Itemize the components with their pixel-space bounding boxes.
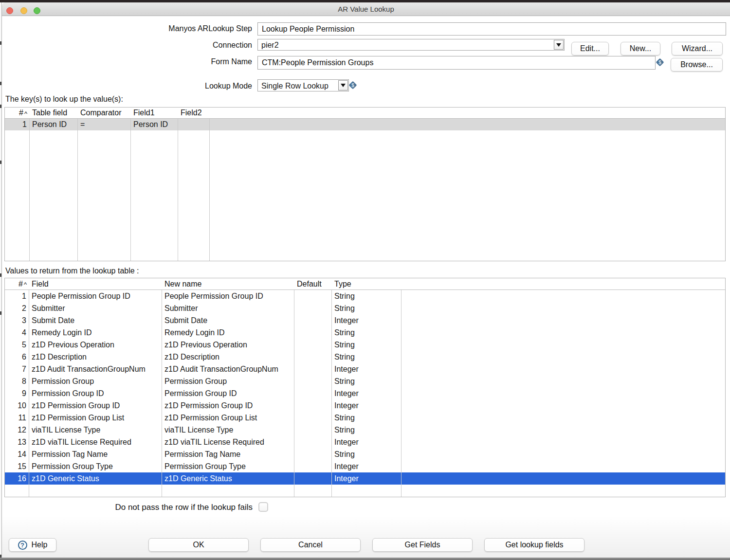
table-cell: = [77,119,130,130]
cancel-button[interactable]: Cancel [260,538,361,552]
get-lookup-fields-button[interactable]: Get lookup fields [484,538,584,552]
table-cell: viaTIL License Type [162,424,294,436]
table-cell [294,399,331,412]
table-cell: Permission Group ID [162,387,294,399]
table-cell [294,351,331,363]
get-fields-button[interactable]: Get Fields [372,538,473,552]
column-divider [178,108,178,261]
column-divider [77,108,78,261]
lookup-mode-value: Single Row Lookup [261,82,328,90]
table-row[interactable]: 8Permission GroupPermission GroupString [5,375,725,387]
table-cell: 16 [5,472,29,485]
table-cell: Permission Group [162,375,294,387]
table-cell: 15 [5,460,29,472]
table-cell: Person ID [29,119,77,130]
table-cell [294,326,331,339]
table-row[interactable]: 11z1D Permission Group Listz1D Permissio… [5,412,725,424]
column-header[interactable]: Default [294,278,331,289]
browse-button[interactable]: Browse... [671,58,723,72]
table-cell: z1D Generic Status [29,472,162,485]
table-cell: 12 [5,424,29,436]
table-row[interactable]: 15Permission Group TypePermission Group … [5,460,725,472]
table-cell: 2 [5,302,29,314]
form-name-label: Form Name [211,57,252,66]
table-cell [294,424,331,436]
edit-button[interactable]: Edit... [571,42,609,55]
help-button[interactable]: ? Help [9,538,56,552]
window-title: AR Value Lookup [2,5,730,13]
table-cell: Integer [331,387,401,399]
column-header[interactable]: Field [29,278,162,289]
column-header[interactable]: Type [331,278,401,289]
column-divider [331,278,332,497]
column-header[interactable]: New name [162,278,294,289]
table-row[interactable]: 13z1D viaTIL License Requiredz1D viaTIL … [5,436,725,448]
table-cell: z1D viaTIL License Required [162,436,294,448]
table-row[interactable]: 5z1D Previous Operationz1D Previous Oper… [5,339,725,351]
column-header-num[interactable]: #^ [5,108,29,118]
title-bar[interactable]: AR Value Lookup [2,2,730,16]
table-cell: 11 [5,412,29,424]
column-header[interactable]: Field1 [130,108,178,118]
column-divider [29,108,30,261]
table-cell: 6 [5,351,29,363]
column-header[interactable]: Table field [29,108,77,118]
table-cell [294,339,331,351]
table-cell: Permission Tag Name [162,448,294,460]
table-row[interactable]: 9Permission Group IDPermission Group IDI… [5,387,725,399]
table-cell: People Permission Group ID [29,290,162,302]
sort-ascending-icon: ^ [24,281,27,288]
table-row[interactable]: 3Submit DateSubmit DateInteger [5,314,725,326]
step-input[interactable] [257,22,726,36]
table-cell [294,472,331,485]
no-pass-checkbox[interactable] [258,502,268,512]
table-row[interactable]: 7z1D Audit TransactionGroupNumz1D Audit … [5,363,725,375]
table-row[interactable]: 2SubmitterSubmitterString [5,302,725,314]
table-row[interactable]: 6z1D Descriptionz1D DescriptionString [5,351,725,363]
column-header[interactable]: Field2 [178,108,209,118]
table-cell: z1D Permission Group List [162,412,294,424]
table-cell: People Permission Group ID [162,290,294,302]
connection-dropdown-arrow[interactable] [554,40,564,50]
values-table: #^FieldNew nameDefaultType 1People Permi… [4,278,726,497]
connection-combobox[interactable]: pier2 [257,39,565,51]
table-row[interactable]: 1People Permission Group IDPeople Permis… [5,290,725,302]
table-cell [178,119,209,130]
values-table-body: 1People Permission Group IDPeople Permis… [5,290,725,485]
keys-table-header: #^Table fieldComparatorField1Field2 [5,108,725,119]
table-row[interactable]: 1Person ID=Person ID [5,119,725,130]
table-row[interactable]: 10z1D Permission Group IDz1D Permission … [5,399,725,412]
ok-button[interactable]: OK [148,538,249,552]
table-row[interactable]: 4Remedy Login IDRemedy Login IDString [5,326,725,339]
table-cell: 8 [5,375,29,387]
lookup-mode-combobox[interactable]: Single Row Lookup [257,79,349,91]
dollar-glyph: $ [656,59,664,67]
table-cell: viaTIL License Type [29,424,162,436]
form-name-input[interactable] [257,56,656,70]
column-divider [294,278,294,497]
new-button[interactable]: New... [620,42,660,55]
column-divider [29,278,29,497]
table-cell [294,363,331,375]
table-cell: Permission Group Type [29,460,162,472]
table-row[interactable]: 14Permission Tag NamePermission Tag Name… [5,448,725,460]
table-cell: 13 [5,436,29,448]
wizard-button[interactable]: Wizard... [672,42,723,55]
table-cell: Integer [331,399,401,412]
footer-background [2,516,730,558]
table-cell: String [331,326,401,339]
table-cell: z1D viaTIL License Required [29,436,162,448]
field-indicator-diamond-icon: $ [656,58,664,66]
column-divider [162,278,162,497]
table-row[interactable]: 16z1D Generic Statusz1D Generic StatusIn… [5,472,725,485]
column-header[interactable]: Comparator [77,108,130,118]
no-pass-checkbox-label: Do not pass the row if the lookup fails [115,503,253,512]
column-divider [209,108,210,261]
column-header-num[interactable]: #^ [5,278,29,289]
lookup-mode-dropdown-arrow[interactable] [338,80,348,90]
table-cell: String [331,424,401,436]
table-row[interactable]: 12viaTIL License TypeviaTIL License Type… [5,424,725,436]
table-cell: 5 [5,339,29,351]
step-label: Manyos ARLookup Step [168,24,252,33]
field-indicator-diamond-icon: $ [349,81,357,89]
